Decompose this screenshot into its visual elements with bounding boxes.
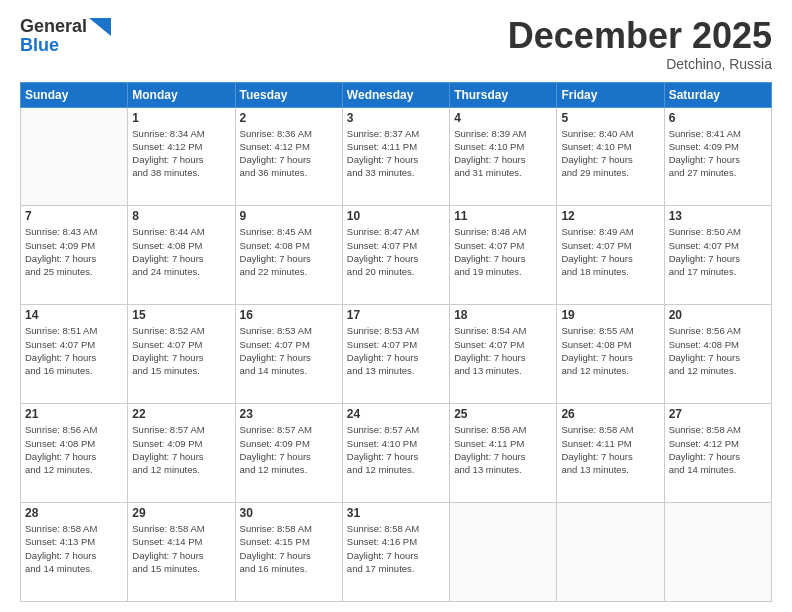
calendar-cell: 4Sunrise: 8:39 AMSunset: 4:10 PMDaylight… [450, 107, 557, 206]
title-block: December 2025 Detchino, Russia [508, 16, 772, 72]
day-number: 5 [561, 111, 659, 125]
day-number: 28 [25, 506, 123, 520]
day-number: 27 [669, 407, 767, 421]
page: General Blue December 2025 Detchino, Rus… [0, 0, 792, 612]
calendar-cell: 24Sunrise: 8:57 AMSunset: 4:10 PMDayligh… [342, 404, 449, 503]
day-info: Sunrise: 8:36 AMSunset: 4:12 PMDaylight:… [240, 127, 338, 180]
week-row-4: 21Sunrise: 8:56 AMSunset: 4:08 PMDayligh… [21, 404, 772, 503]
calendar-cell: 28Sunrise: 8:58 AMSunset: 4:13 PMDayligh… [21, 503, 128, 602]
day-info: Sunrise: 8:56 AMSunset: 4:08 PMDaylight:… [25, 423, 123, 476]
day-info: Sunrise: 8:58 AMSunset: 4:14 PMDaylight:… [132, 522, 230, 575]
day-info: Sunrise: 8:58 AMSunset: 4:12 PMDaylight:… [669, 423, 767, 476]
weekday-header-saturday: Saturday [664, 82, 771, 107]
calendar-cell: 25Sunrise: 8:58 AMSunset: 4:11 PMDayligh… [450, 404, 557, 503]
day-info: Sunrise: 8:47 AMSunset: 4:07 PMDaylight:… [347, 225, 445, 278]
calendar-cell: 17Sunrise: 8:53 AMSunset: 4:07 PMDayligh… [342, 305, 449, 404]
day-number: 30 [240, 506, 338, 520]
day-number: 12 [561, 209, 659, 223]
logo: General Blue [20, 16, 111, 56]
svg-marker-0 [89, 18, 111, 36]
week-row-1: 1Sunrise: 8:34 AMSunset: 4:12 PMDaylight… [21, 107, 772, 206]
calendar-cell: 3Sunrise: 8:37 AMSunset: 4:11 PMDaylight… [342, 107, 449, 206]
calendar-cell [557, 503, 664, 602]
calendar-cell: 6Sunrise: 8:41 AMSunset: 4:09 PMDaylight… [664, 107, 771, 206]
calendar-cell: 1Sunrise: 8:34 AMSunset: 4:12 PMDaylight… [128, 107, 235, 206]
day-info: Sunrise: 8:53 AMSunset: 4:07 PMDaylight:… [347, 324, 445, 377]
calendar-cell [450, 503, 557, 602]
day-info: Sunrise: 8:52 AMSunset: 4:07 PMDaylight:… [132, 324, 230, 377]
weekday-header-thursday: Thursday [450, 82, 557, 107]
calendar-cell: 26Sunrise: 8:58 AMSunset: 4:11 PMDayligh… [557, 404, 664, 503]
weekday-header-monday: Monday [128, 82, 235, 107]
calendar-cell: 13Sunrise: 8:50 AMSunset: 4:07 PMDayligh… [664, 206, 771, 305]
calendar-cell: 9Sunrise: 8:45 AMSunset: 4:08 PMDaylight… [235, 206, 342, 305]
calendar-cell: 12Sunrise: 8:49 AMSunset: 4:07 PMDayligh… [557, 206, 664, 305]
day-info: Sunrise: 8:49 AMSunset: 4:07 PMDaylight:… [561, 225, 659, 278]
calendar-cell: 23Sunrise: 8:57 AMSunset: 4:09 PMDayligh… [235, 404, 342, 503]
day-number: 24 [347, 407, 445, 421]
day-number: 23 [240, 407, 338, 421]
day-number: 9 [240, 209, 338, 223]
day-info: Sunrise: 8:58 AMSunset: 4:16 PMDaylight:… [347, 522, 445, 575]
week-row-2: 7Sunrise: 8:43 AMSunset: 4:09 PMDaylight… [21, 206, 772, 305]
calendar-cell: 18Sunrise: 8:54 AMSunset: 4:07 PMDayligh… [450, 305, 557, 404]
calendar-cell: 11Sunrise: 8:48 AMSunset: 4:07 PMDayligh… [450, 206, 557, 305]
calendar-table: SundayMondayTuesdayWednesdayThursdayFrid… [20, 82, 772, 602]
day-number: 1 [132, 111, 230, 125]
day-info: Sunrise: 8:43 AMSunset: 4:09 PMDaylight:… [25, 225, 123, 278]
day-number: 21 [25, 407, 123, 421]
day-info: Sunrise: 8:39 AMSunset: 4:10 PMDaylight:… [454, 127, 552, 180]
day-info: Sunrise: 8:57 AMSunset: 4:09 PMDaylight:… [132, 423, 230, 476]
day-info: Sunrise: 8:41 AMSunset: 4:09 PMDaylight:… [669, 127, 767, 180]
day-info: Sunrise: 8:58 AMSunset: 4:13 PMDaylight:… [25, 522, 123, 575]
day-number: 10 [347, 209, 445, 223]
day-info: Sunrise: 8:48 AMSunset: 4:07 PMDaylight:… [454, 225, 552, 278]
day-number: 6 [669, 111, 767, 125]
subtitle: Detchino, Russia [508, 56, 772, 72]
day-info: Sunrise: 8:55 AMSunset: 4:08 PMDaylight:… [561, 324, 659, 377]
calendar-cell: 29Sunrise: 8:58 AMSunset: 4:14 PMDayligh… [128, 503, 235, 602]
day-number: 15 [132, 308, 230, 322]
day-info: Sunrise: 8:37 AMSunset: 4:11 PMDaylight:… [347, 127, 445, 180]
day-number: 3 [347, 111, 445, 125]
week-row-5: 28Sunrise: 8:58 AMSunset: 4:13 PMDayligh… [21, 503, 772, 602]
calendar-cell: 8Sunrise: 8:44 AMSunset: 4:08 PMDaylight… [128, 206, 235, 305]
day-number: 31 [347, 506, 445, 520]
day-number: 16 [240, 308, 338, 322]
day-info: Sunrise: 8:34 AMSunset: 4:12 PMDaylight:… [132, 127, 230, 180]
calendar-cell: 19Sunrise: 8:55 AMSunset: 4:08 PMDayligh… [557, 305, 664, 404]
weekday-header-tuesday: Tuesday [235, 82, 342, 107]
day-number: 25 [454, 407, 552, 421]
day-info: Sunrise: 8:51 AMSunset: 4:07 PMDaylight:… [25, 324, 123, 377]
calendar-cell: 10Sunrise: 8:47 AMSunset: 4:07 PMDayligh… [342, 206, 449, 305]
day-info: Sunrise: 8:44 AMSunset: 4:08 PMDaylight:… [132, 225, 230, 278]
day-number: 17 [347, 308, 445, 322]
calendar-cell: 2Sunrise: 8:36 AMSunset: 4:12 PMDaylight… [235, 107, 342, 206]
day-number: 22 [132, 407, 230, 421]
day-number: 20 [669, 308, 767, 322]
day-number: 4 [454, 111, 552, 125]
calendar-cell: 31Sunrise: 8:58 AMSunset: 4:16 PMDayligh… [342, 503, 449, 602]
day-info: Sunrise: 8:58 AMSunset: 4:11 PMDaylight:… [454, 423, 552, 476]
calendar-cell: 21Sunrise: 8:56 AMSunset: 4:08 PMDayligh… [21, 404, 128, 503]
header: General Blue December 2025 Detchino, Rus… [20, 16, 772, 72]
weekday-header-sunday: Sunday [21, 82, 128, 107]
day-info: Sunrise: 8:56 AMSunset: 4:08 PMDaylight:… [669, 324, 767, 377]
weekday-header-row: SundayMondayTuesdayWednesdayThursdayFrid… [21, 82, 772, 107]
day-info: Sunrise: 8:58 AMSunset: 4:15 PMDaylight:… [240, 522, 338, 575]
month-title: December 2025 [508, 16, 772, 56]
calendar-cell: 15Sunrise: 8:52 AMSunset: 4:07 PMDayligh… [128, 305, 235, 404]
day-info: Sunrise: 8:40 AMSunset: 4:10 PMDaylight:… [561, 127, 659, 180]
calendar-cell: 30Sunrise: 8:58 AMSunset: 4:15 PMDayligh… [235, 503, 342, 602]
week-row-3: 14Sunrise: 8:51 AMSunset: 4:07 PMDayligh… [21, 305, 772, 404]
weekday-header-wednesday: Wednesday [342, 82, 449, 107]
day-number: 26 [561, 407, 659, 421]
calendar-cell [21, 107, 128, 206]
day-number: 19 [561, 308, 659, 322]
day-info: Sunrise: 8:54 AMSunset: 4:07 PMDaylight:… [454, 324, 552, 377]
day-number: 2 [240, 111, 338, 125]
day-number: 8 [132, 209, 230, 223]
day-number: 11 [454, 209, 552, 223]
calendar-cell [664, 503, 771, 602]
day-info: Sunrise: 8:53 AMSunset: 4:07 PMDaylight:… [240, 324, 338, 377]
